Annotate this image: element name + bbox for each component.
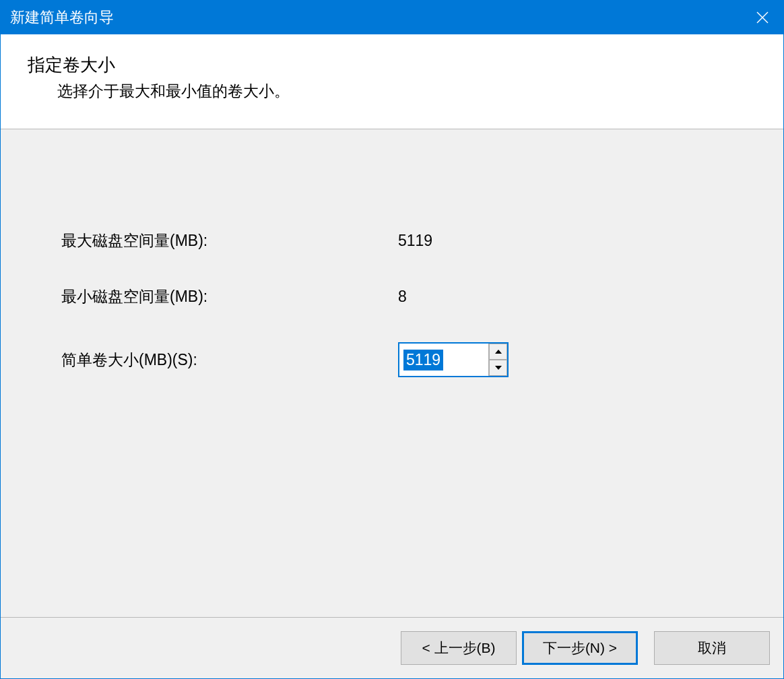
chevron-up-icon — [495, 350, 502, 354]
close-icon — [756, 11, 769, 24]
max-space-label: 最大磁盘空间量(MB): — [61, 230, 398, 251]
size-spinner[interactable]: 5119 — [398, 342, 509, 377]
page-title: 指定卷大小 — [28, 53, 756, 77]
close-button[interactable] — [742, 1, 783, 34]
next-button[interactable]: 下一步(N) > — [522, 631, 638, 665]
spinner-up-button[interactable] — [489, 344, 507, 360]
svg-marker-2 — [495, 350, 502, 354]
size-input-wrap[interactable]: 5119 — [399, 344, 488, 376]
size-input[interactable]: 5119 — [403, 350, 443, 370]
size-row: 简单卷大小(MB)(S): 5119 — [61, 342, 723, 377]
page-subtitle: 选择介于最大和最小值的卷大小。 — [28, 81, 756, 102]
max-space-row: 最大磁盘空间量(MB): 5119 — [61, 230, 723, 251]
window-title: 新建简单卷向导 — [10, 7, 114, 28]
spinner-down-button[interactable] — [489, 360, 507, 376]
titlebar: 新建简单卷向导 — [1, 1, 783, 34]
cancel-button[interactable]: 取消 — [654, 631, 770, 665]
spinner-buttons — [488, 344, 507, 376]
footer-section: < 上一步(B) 下一步(N) > 取消 — [1, 617, 783, 678]
max-space-value: 5119 — [398, 232, 432, 250]
header-section: 指定卷大小 选择介于最大和最小值的卷大小。 — [1, 34, 783, 129]
min-space-row: 最小磁盘空间量(MB): 8 — [61, 286, 723, 307]
min-space-label: 最小磁盘空间量(MB): — [61, 286, 398, 307]
content-section: 最大磁盘空间量(MB): 5119 最小磁盘空间量(MB): 8 简单卷大小(M… — [1, 129, 783, 617]
chevron-down-icon — [495, 366, 502, 370]
svg-marker-3 — [495, 366, 502, 370]
wizard-window: 新建简单卷向导 指定卷大小 选择介于最大和最小值的卷大小。 最大磁盘空间量(MB… — [0, 0, 784, 679]
back-button[interactable]: < 上一步(B) — [401, 631, 517, 665]
min-space-value: 8 — [398, 288, 407, 306]
size-label: 简单卷大小(MB)(S): — [61, 350, 398, 370]
